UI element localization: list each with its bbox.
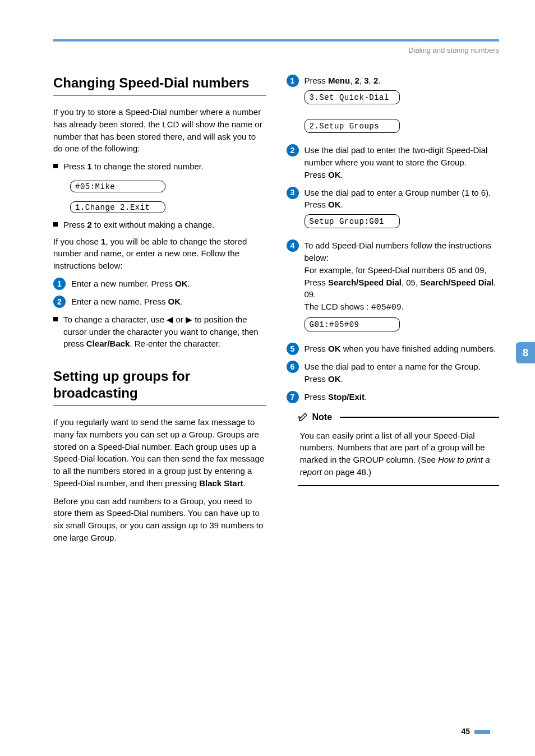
bullet-text: Press 2 to exit without making a change. bbox=[63, 219, 266, 231]
text: Press bbox=[63, 162, 87, 171]
text-bold: Clear/Back bbox=[86, 339, 130, 348]
text: or bbox=[173, 315, 186, 324]
step-text: Press Menu, 2, 3, 2. 3.Set Quick-Dial 2.… bbox=[305, 75, 500, 139]
text: . Re-enter the character. bbox=[130, 339, 220, 348]
text: . bbox=[188, 279, 190, 288]
text: Press bbox=[305, 170, 329, 179]
bullet-press-1: Press 1 to change the stored number. bbox=[53, 160, 266, 173]
step-badge-5: 5 bbox=[287, 343, 299, 355]
text-bold: 1 bbox=[87, 162, 92, 171]
text: Press bbox=[63, 220, 87, 229]
step-badge-6: 6 bbox=[287, 361, 299, 373]
right-step-4: 4 To add Speed-Dial numbers follow the i… bbox=[287, 239, 500, 337]
text-bold: OK bbox=[168, 297, 181, 306]
right-step-2: 2 Use the dial pad to enter the two-digi… bbox=[287, 144, 500, 181]
arrow-right-icon: ▶ bbox=[186, 315, 192, 324]
text: Use the dial pad to enter a Group number… bbox=[305, 188, 491, 197]
bullet-square-icon bbox=[53, 164, 58, 168]
text: when you have finished adding numbers. bbox=[341, 344, 496, 353]
text: , bbox=[369, 76, 373, 85]
spacer bbox=[53, 354, 266, 368]
note-header: Note bbox=[298, 411, 500, 424]
page-number-bar-icon bbox=[474, 730, 490, 734]
right-step-7: 7 Press Stop/Exit. bbox=[287, 391, 500, 403]
page-content: Dialing and storing numbers Changing Spe… bbox=[0, 0, 535, 572]
text: . bbox=[341, 200, 343, 209]
step-text: Enter a new number. Press OK. bbox=[71, 278, 266, 290]
chapter-side-tab: 8 bbox=[516, 342, 535, 363]
right-step-6: 6 Use the dial pad to enter a name for t… bbox=[287, 361, 500, 385]
text: Press bbox=[305, 344, 329, 353]
note-line bbox=[335, 417, 499, 418]
lcd-display: 1.Change 2.Exit bbox=[70, 201, 165, 213]
step-badge-1: 1 bbox=[287, 75, 299, 87]
step-text: To add Speed-Dial numbers follow the ins… bbox=[305, 239, 500, 337]
step-text: Use the dial pad to enter the two-digit … bbox=[305, 144, 500, 181]
step-text: Press Stop/Exit. bbox=[305, 391, 500, 403]
breadcrumb: Dialing and storing numbers bbox=[53, 46, 499, 54]
text-bold: Menu bbox=[328, 76, 350, 85]
step-badge-7: 7 bbox=[287, 391, 299, 403]
page-number-value: 45 bbox=[461, 727, 470, 736]
intro-paragraph: If you try to store a Speed-Dial number … bbox=[53, 106, 266, 155]
text-bold: Search/Speed Dial bbox=[420, 278, 494, 287]
text: To change a character, use bbox=[63, 315, 167, 324]
bullet-text: To change a character, use ◀ or ▶ to pos… bbox=[63, 314, 266, 350]
note-label: Note bbox=[312, 412, 333, 422]
note-block: Note You can easily print a list of all … bbox=[298, 411, 500, 486]
lcd-display: G01:#05#09 bbox=[305, 317, 400, 331]
groups-paragraph-2: Before you can add numbers to a Group, y… bbox=[53, 495, 266, 544]
right-step-3: 3 Use the dial pad to enter a Group numb… bbox=[287, 187, 500, 234]
lcd-display: Setup Group:G01 bbox=[305, 214, 400, 228]
text: , 05, bbox=[402, 278, 420, 287]
header-bar: Dialing and storing numbers bbox=[53, 39, 499, 54]
text: . bbox=[378, 76, 380, 85]
lcd-display: 2.Setup Groups bbox=[305, 119, 400, 133]
bullet-text: Press 1 to change the stored number. bbox=[63, 160, 266, 173]
bullet-square-icon bbox=[53, 317, 58, 321]
text: . bbox=[181, 297, 183, 306]
text-bold: OK bbox=[328, 374, 341, 384]
step-badge-3: 3 bbox=[287, 187, 299, 199]
step-badge-2: 2 bbox=[287, 144, 299, 156]
left-column: Changing Speed-Dial numbers If you try t… bbox=[53, 75, 266, 550]
text: . bbox=[341, 170, 343, 179]
text-bold: 2 bbox=[373, 76, 378, 85]
arrow-left-icon: ◀ bbox=[167, 315, 173, 324]
text: To add Speed-Dial numbers follow the ins… bbox=[305, 241, 492, 262]
text: Use the dial pad to enter a name for the… bbox=[305, 362, 481, 371]
text: Press bbox=[305, 374, 329, 384]
step-badge-2: 2 bbox=[53, 296, 66, 308]
text: . bbox=[365, 392, 367, 402]
text: The LCD shows : bbox=[305, 302, 371, 311]
text: . bbox=[341, 374, 343, 384]
text: If you regularly want to send the same f… bbox=[53, 417, 264, 488]
note-body: You can easily print a list of all your … bbox=[298, 427, 500, 486]
text-bold: 3 bbox=[364, 76, 368, 85]
text: , bbox=[359, 76, 364, 85]
text-bold: OK bbox=[328, 170, 341, 179]
text: to change the stored number. bbox=[92, 162, 204, 171]
text-bold: OK bbox=[328, 344, 341, 353]
text: Enter a new number. Press bbox=[71, 279, 175, 288]
text: Press bbox=[305, 76, 329, 85]
text: , bbox=[350, 76, 354, 85]
step-badge-1: 1 bbox=[53, 278, 66, 290]
text-bold: OK bbox=[175, 279, 188, 288]
section-title-changing-speed-dial: Changing Speed-Dial numbers bbox=[53, 75, 266, 91]
right-column: 1 Press Menu, 2, 3, 2. 3.Set Quick-Dial … bbox=[287, 75, 500, 550]
groups-paragraph-1: If you regularly want to send the same f… bbox=[53, 416, 266, 490]
step-text: Use the dial pad to enter a name for the… bbox=[305, 361, 500, 385]
text: Enter a new name. Press bbox=[71, 297, 168, 306]
text: Press bbox=[305, 392, 329, 402]
bullet-change-character: To change a character, use ◀ or ▶ to pos… bbox=[53, 314, 266, 350]
step-text: Enter a new name. Press OK. bbox=[71, 296, 266, 308]
text-bold: Black Start bbox=[199, 478, 243, 488]
left-step-1: 1 Enter a new number. Press OK. bbox=[53, 278, 266, 290]
step-badge-4: 4 bbox=[287, 239, 299, 252]
text: Use the dial pad to enter the two-digit … bbox=[305, 145, 488, 167]
text: If you chose bbox=[53, 237, 101, 246]
text: . bbox=[243, 478, 246, 488]
two-column-layout: Changing Speed-Dial numbers If you try t… bbox=[53, 75, 499, 550]
text-mono: #05#09 bbox=[371, 303, 402, 312]
